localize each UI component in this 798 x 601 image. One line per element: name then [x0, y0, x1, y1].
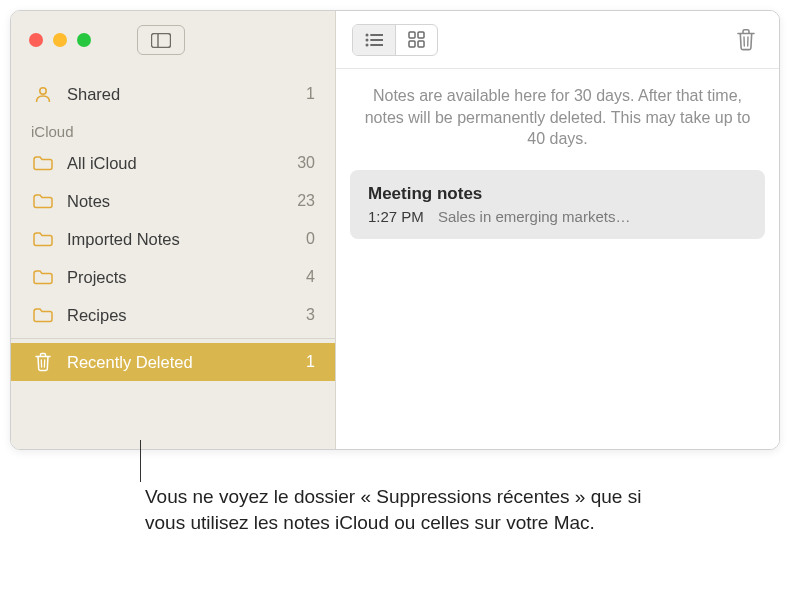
sidebar-item-imported-notes[interactable]: Imported Notes 0 — [11, 220, 335, 258]
shared-count: 1 — [306, 85, 315, 103]
sidebar-item-shared[interactable]: Shared 1 — [11, 75, 335, 113]
grid-view-button[interactable] — [395, 25, 437, 55]
note-subtitle: 1:27 PM Sales in emerging markets… — [368, 208, 747, 225]
note-list-item[interactable]: Meeting notes 1:27 PM Sales in emerging … — [350, 170, 765, 239]
sidebar-section-icloud: iCloud — [11, 113, 335, 144]
sidebar-item-projects[interactable]: Projects 4 — [11, 258, 335, 296]
svg-rect-11 — [409, 32, 415, 38]
grid-icon — [408, 31, 425, 48]
shared-label: Shared — [67, 85, 306, 104]
folder-count: 30 — [297, 154, 315, 172]
folder-count: 4 — [306, 268, 315, 286]
svg-point-5 — [366, 33, 369, 36]
folder-icon — [31, 231, 55, 247]
recently-deleted-label: Recently Deleted — [67, 353, 306, 372]
sidebar-item-recipes[interactable]: Recipes 3 — [11, 296, 335, 334]
svg-point-2 — [40, 88, 46, 94]
sidebar: Shared 1 iCloud All iCloud 30 Notes 23 — [11, 11, 336, 449]
folder-label: Projects — [67, 268, 306, 287]
folder-count: 3 — [306, 306, 315, 324]
sidebar-divider — [11, 338, 335, 339]
folder-icon — [31, 269, 55, 285]
traffic-lights — [29, 33, 91, 47]
notes-window: Shared 1 iCloud All iCloud 30 Notes 23 — [10, 10, 780, 450]
maximize-window-button[interactable] — [77, 33, 91, 47]
shared-icon — [31, 84, 55, 104]
minimize-window-button[interactable] — [53, 33, 67, 47]
sidebar-item-notes[interactable]: Notes 23 — [11, 182, 335, 220]
svg-point-7 — [366, 38, 369, 41]
note-preview: Sales in emerging markets… — [438, 208, 747, 225]
note-title: Meeting notes — [368, 184, 747, 204]
note-time: 1:27 PM — [368, 208, 424, 225]
folder-count: 0 — [306, 230, 315, 248]
folder-count: 23 — [297, 192, 315, 210]
folder-label: Recipes — [67, 306, 306, 325]
trash-icon — [31, 352, 55, 372]
sidebar-icon — [151, 33, 171, 48]
deletion-info-text: Notes are available here for 30 days. Af… — [336, 69, 779, 170]
sidebar-toolbar — [11, 11, 335, 69]
list-icon — [365, 33, 383, 47]
svg-rect-13 — [409, 41, 415, 47]
close-window-button[interactable] — [29, 33, 43, 47]
folder-label: All iCloud — [67, 154, 297, 173]
list-view-button[interactable] — [353, 25, 395, 55]
svg-rect-14 — [418, 41, 424, 47]
svg-rect-12 — [418, 32, 424, 38]
folder-icon — [31, 307, 55, 323]
sidebar-item-all-icloud[interactable]: All iCloud 30 — [11, 144, 335, 182]
folder-label: Notes — [67, 192, 297, 211]
view-mode-group — [352, 24, 438, 56]
trash-icon — [736, 28, 756, 52]
main-toolbar — [336, 11, 779, 69]
svg-rect-0 — [152, 33, 171, 47]
toggle-sidebar-button[interactable] — [137, 25, 185, 55]
recently-deleted-count: 1 — [306, 353, 315, 371]
main-pane: Notes are available here for 30 days. Af… — [336, 11, 779, 449]
folder-icon — [31, 193, 55, 209]
folder-label: Imported Notes — [67, 230, 306, 249]
delete-note-button[interactable] — [729, 23, 763, 57]
svg-point-9 — [366, 43, 369, 46]
callout-text: Vous ne voyez le dossier « Suppressions … — [145, 484, 655, 535]
callout-line — [140, 440, 141, 482]
folder-icon — [31, 155, 55, 171]
sidebar-content: Shared 1 iCloud All iCloud 30 Notes 23 — [11, 69, 335, 449]
sidebar-item-recently-deleted[interactable]: Recently Deleted 1 — [11, 343, 335, 381]
